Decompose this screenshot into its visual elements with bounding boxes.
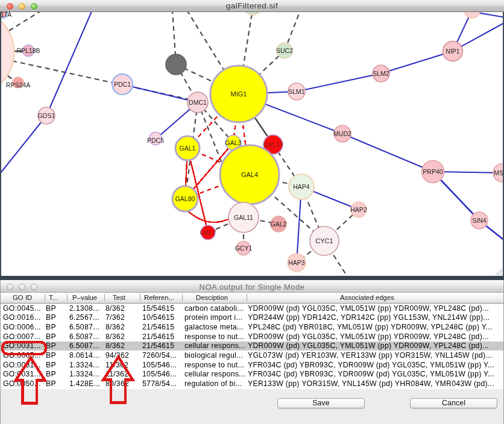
svg-text:GAL2: GAL2	[271, 220, 287, 228]
svg-text:GAL80: GAL80	[175, 195, 195, 202]
svg-text:GAL3: GAL3	[225, 139, 242, 146]
svg-text:PDC5: PDC5	[147, 137, 164, 144]
svg-text:17A: 17A	[1, 12, 11, 18]
svg-text:GCY1: GCY1	[235, 245, 253, 252]
svg-text:DMC1: DMC1	[189, 99, 207, 106]
svg-text:SIN4: SIN4	[472, 217, 487, 224]
svg-text:RPL18B: RPL18B	[16, 47, 40, 54]
svg-text:NIP1: NIP1	[446, 48, 460, 55]
svg-text:SUC2: SUC2	[276, 47, 293, 54]
svg-text:GAL11: GAL11	[234, 214, 253, 221]
svg-text:HAP2: HAP2	[350, 206, 367, 213]
svg-text:SLM1: SLM1	[288, 88, 305, 95]
svg-text:GAL10: GAL10	[263, 141, 283, 148]
svg-text:GDS1: GDS1	[38, 112, 55, 119]
svg-text:MUD2: MUD2	[333, 130, 351, 137]
svg-text:GAL1: GAL1	[180, 145, 196, 152]
svg-text:GAL7: GAL7	[200, 229, 216, 236]
svg-text:MSL1: MSL1	[494, 169, 503, 176]
svg-text:PDC1: PDC1	[114, 81, 131, 88]
svg-text:SLM2: SLM2	[373, 70, 389, 77]
svg-text:RPS24A: RPS24A	[6, 81, 30, 89]
svg-text:CYC1: CYC1	[315, 237, 333, 245]
svg-text:PRP40: PRP40	[423, 168, 443, 175]
svg-text:HAP4: HAP4	[293, 183, 310, 190]
svg-text:MIG1: MIG1	[231, 90, 247, 98]
svg-text:HAP3: HAP3	[288, 259, 305, 266]
svg-text:GAL4: GAL4	[241, 171, 258, 178]
